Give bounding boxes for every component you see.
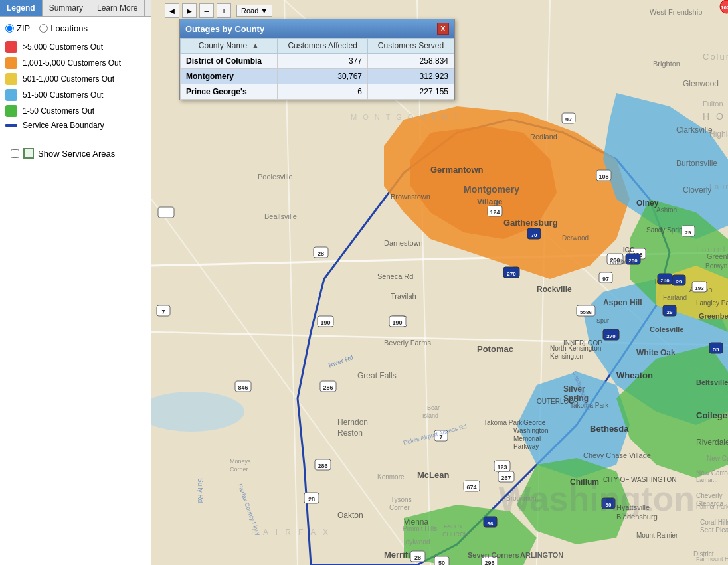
road-type-selector[interactable]: Road ▼ — [236, 5, 272, 17]
popup-header: Outages by County X — [180, 19, 454, 38]
legend-divider — [5, 137, 145, 137]
svg-text:295: 295 — [484, 560, 494, 565]
zoom-in-button[interactable]: + — [217, 3, 231, 18]
svg-text:Coral Hills: Coral Hills — [700, 519, 728, 526]
svg-text:Poolesville: Poolesville — [258, 173, 293, 181]
svg-text:Hyattsville: Hyattsville — [616, 503, 650, 511]
service-areas-checkbox[interactable] — [11, 149, 19, 158]
svg-text:Spur: Spur — [596, 317, 609, 324]
svg-text:Norbeck: Norbeck — [610, 258, 635, 266]
view-selector: ZIP Locations — [5, 23, 145, 33]
legend-item-boundary: Service Area Boundary — [5, 121, 145, 130]
col-customers-served[interactable]: Customers Served — [368, 39, 454, 54]
svg-text:Bethesda: Bethesda — [590, 424, 629, 434]
svg-text:Wheaton: Wheaton — [616, 370, 653, 380]
svg-text:Berwyn Heights: Berwyn Heights — [705, 262, 728, 270]
sort-arrow-county: ▲ — [252, 41, 260, 50]
svg-text:Highland: Highland — [709, 129, 728, 139]
customers-affected-cell: 6 — [278, 84, 368, 100]
svg-text:Mount Rainier: Mount Rainier — [636, 532, 678, 539]
svg-text:Beverly Farms: Beverly Farms — [384, 339, 431, 347]
locations-radio[interactable] — [39, 24, 48, 33]
legend-line-boundary — [5, 124, 17, 127]
tab-bar: Legend Summary Learn More — [0, 0, 151, 17]
svg-text:Takoma Park: Takoma Park — [570, 402, 609, 409]
svg-text:5586: 5586 — [580, 309, 592, 315]
svg-text:CHURCH: CHURCH — [442, 531, 468, 538]
map-area[interactable]: Montgomery Village Germantown Gaithersbu… — [151, 0, 728, 565]
svg-text:123: 123 — [497, 464, 507, 471]
svg-text:97: 97 — [602, 276, 609, 282]
svg-text:Tysons: Tysons — [391, 496, 412, 503]
legend-panel: ZIP Locations >5,000 Customers Out 1,001… — [0, 17, 151, 171]
tab-legend[interactable]: Legend — [0, 0, 43, 16]
tab-learn-more[interactable]: Learn More — [90, 0, 145, 16]
svg-text:108: 108 — [598, 173, 608, 180]
svg-text:Sully Rd: Sully Rd — [197, 478, 204, 503]
table-row[interactable]: District of Columbia377258,834 — [181, 54, 454, 69]
svg-text:R I N I: R I N I — [707, 412, 728, 420]
svg-text:George: George — [523, 419, 546, 426]
svg-text:Kensington: Kensington — [550, 353, 583, 360]
customers-affected-cell: 30,767 — [278, 69, 368, 84]
svg-text:Bear: Bear — [427, 404, 440, 411]
svg-text:66: 66 — [488, 521, 494, 526]
svg-text:Cloverly: Cloverly — [683, 185, 711, 195]
tab-summary[interactable]: Summary — [43, 0, 90, 16]
map-navigation: ◄ ► – + Road ▼ — [165, 3, 272, 18]
locations-radio-option[interactable]: Locations — [39, 23, 88, 33]
svg-text:Greenbelt: Greenbelt — [707, 252, 728, 260]
county-name-cell: District of Columbia — [181, 54, 278, 69]
svg-text:190: 190 — [320, 319, 330, 326]
zip-radio-option[interactable]: ZIP — [5, 23, 30, 33]
svg-text:28: 28 — [318, 250, 324, 257]
svg-text:Herndon: Herndon — [337, 418, 368, 427]
county-name-cell: Montgomery — [181, 69, 278, 84]
svg-text:29: 29 — [685, 230, 691, 236]
legend-color-51-500 — [5, 89, 17, 101]
svg-text:ICC: ICC — [623, 246, 634, 254]
legend-item-gt5000: >5,000 Customers Out — [5, 41, 145, 53]
popup-title: Outages by County — [185, 24, 264, 34]
popup-close-button[interactable]: X — [437, 23, 449, 35]
svg-text:97: 97 — [565, 116, 572, 123]
svg-text:New Carrolton: New Carrolton — [696, 469, 728, 477]
svg-text:Riverdale: Riverdale — [696, 438, 728, 447]
svg-text:Clarksville: Clarksville — [676, 125, 713, 135]
svg-text:White Oak: White Oak — [636, 348, 676, 357]
svg-text:Brookmont: Brookmont — [506, 495, 539, 502]
legend-label-boundary: Service Area Boundary — [23, 121, 104, 130]
svg-text:Darnestown: Darnestown — [384, 239, 423, 247]
legend-color-1001-5000 — [5, 57, 17, 69]
svg-text:70: 70 — [531, 232, 537, 238]
sidebar: Legend Summary Learn More ZIP Locations — [0, 0, 151, 565]
pan-right-button[interactable]: ► — [182, 3, 197, 18]
svg-text:McLean: McLean — [417, 470, 449, 480]
svg-text:Reston: Reston — [337, 428, 363, 438]
svg-text:Beltsville: Beltsville — [696, 378, 728, 386]
svg-text:Parkway: Parkway — [513, 443, 539, 450]
svg-rect-151 — [158, 207, 174, 218]
legend-item-1001-5000: 1,001-5,000 Customers Out — [5, 57, 145, 69]
pan-left-button[interactable]: ◄ — [165, 3, 179, 18]
service-areas-label: Show Service Areas — [38, 149, 115, 159]
svg-text:Bladensburg: Bladensburg — [616, 513, 658, 521]
col-county-name[interactable]: County Name ▲ — [181, 39, 278, 54]
svg-text:Brighton: Brighton — [653, 60, 680, 68]
table-row[interactable]: Prince George's6227,155 — [181, 84, 454, 100]
locations-radio-label: Locations — [50, 23, 88, 33]
svg-text:Lamar...: Lamar... — [696, 477, 718, 483]
svg-text:Germantown: Germantown — [430, 165, 484, 175]
svg-text:Chevy Chase Village: Chevy Chase Village — [583, 451, 651, 459]
zoom-out-button[interactable]: – — [199, 3, 214, 18]
svg-text:Sandy Spring: Sandy Spring — [646, 226, 686, 234]
customers-served-cell: 258,834 — [368, 54, 454, 69]
col-customers-affected[interactable]: Customers Affected — [278, 39, 368, 54]
legend-label-1001-5000: 1,001-5,000 Customers Out — [23, 58, 121, 68]
svg-text:Columb...: Columb... — [703, 52, 728, 62]
zip-radio[interactable] — [5, 24, 14, 33]
legend-label-501-1000: 501-1,000 Customers Out — [23, 74, 114, 84]
svg-text:Gaithersburg: Gaithersburg — [503, 218, 558, 228]
table-row[interactable]: Montgomery30,767312,923 — [181, 69, 454, 84]
svg-text:Burtonsville: Burtonsville — [676, 159, 717, 168]
